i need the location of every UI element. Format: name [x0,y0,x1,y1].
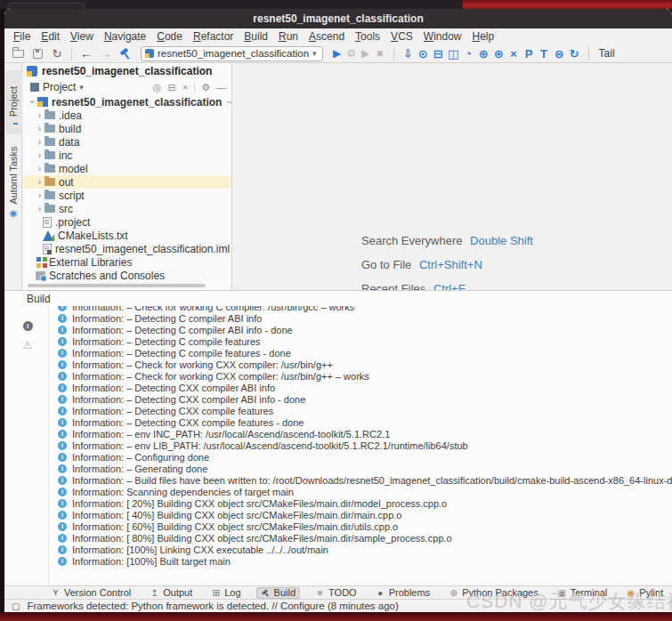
tree-item[interactable]: CMakeLists.txt [23,229,231,242]
ascend-tool-icon[interactable]: ⊟ [431,47,446,60]
run-configuration-selector[interactable]: resnet50_imagenet_classification ▾ [141,46,323,61]
run-control-icon[interactable]: ■ [373,47,387,60]
chevron-icon[interactable] [35,204,45,214]
menu-item[interactable]: Navigate [102,30,148,43]
locate-icon[interactable]: ◎ [153,82,162,93]
tool-window-tab[interactable]: Log [207,587,244,599]
automl-tab-label: Automl Tasks [8,146,19,204]
tree-item[interactable]: out [23,175,231,189]
horizontal-scrollbar [23,284,232,288]
chevron-icon[interactable] [35,110,45,120]
save-all-icon[interactable] [29,45,45,61]
ascend-tool-icon[interactable]: ⇩ [401,47,416,60]
tree-item-label: inc [59,149,72,162]
open-icon[interactable] [10,45,26,61]
status-message[interactable]: Frameworks detected: Python framework is… [27,601,398,611]
menu-item[interactable]: Edit [39,30,61,43]
tree-item[interactable]: Scratches and Consoles [23,269,231,282]
menu-item[interactable]: Refactor [191,30,235,43]
tree-item[interactable]: resnet50_imagenet_classification.iml [23,242,231,255]
collapse-all-icon[interactable]: ⊟ [167,82,175,93]
tool-window-tab[interactable]: Build [256,587,300,599]
ascend-tool-icon[interactable]: ⊜ [552,47,567,60]
sync-icon[interactable]: ↻ [49,45,65,61]
log-line-text: Information: – env INC_PATH: /usr/local/… [72,429,390,440]
ascend-tool-icon[interactable]: ◫ [446,47,461,60]
menu-item[interactable]: VCS [389,30,415,43]
tree-item[interactable]: .project [23,215,231,229]
log-line-text: Information: [ 60%] Building CXX object … [72,521,398,532]
menu-item[interactable]: Ascend [307,30,346,43]
back-icon[interactable]: ← [78,45,94,61]
tree-item[interactable]: inc [23,149,231,162]
tree-item[interactable]: model [23,162,231,175]
chevron-icon[interactable] [35,124,45,133]
tool-window-tab[interactable]: Terminal [554,587,611,599]
chevron-icon[interactable] [35,164,45,173]
tree-item[interactable]: build [23,122,231,135]
menu-item[interactable]: Build [242,30,270,43]
tool-window-tab[interactable]: TODO [312,587,360,599]
menu-item[interactable]: Window [422,30,464,43]
ascend-tool-icon[interactable]: ◔ [461,47,476,60]
build-panel-title: Build [27,293,51,305]
log-line: Information: – Check for working CXX com… [58,370,672,382]
run-control-icon[interactable]: ▶ [359,47,373,60]
tree-item[interactable]: data [23,135,231,149]
info-filter-button[interactable]: i [20,319,35,333]
chevron-icon[interactable] [35,177,45,187]
ascend-tool-icon[interactable]: × [506,47,522,60]
project-tool-window: resnet50_imagenet_classification Project… [23,63,232,290]
project-view-selector[interactable]: Project [43,81,76,93]
tool-window-tab[interactable]: Python Packages [445,587,542,599]
forward-icon[interactable]: → [98,45,114,61]
tool-window-tab-automl-tasks[interactable]: Automl Tasks ◉ [4,140,22,222]
build-hammer-icon[interactable] [117,45,134,61]
run-control-icon[interactable]: ▶ [330,47,344,60]
tool-window-tab[interactable]: Pylint [622,587,667,599]
tree-item[interactable]: External Libraries [23,255,231,269]
menu-item[interactable]: File [12,30,32,43]
ascend-tool-icon[interactable]: T [537,47,552,60]
tool-window-tab[interactable]: Output [146,587,196,599]
hint-shortcut-label: Ctrl+E [433,282,466,290]
scrollbar-thumb[interactable] [28,284,206,287]
tree-item-label: Scratches and Consoles [49,270,165,282]
chevron-down-icon[interactable]: ▾ [79,83,84,92]
info-icon [58,430,67,439]
chevron-icon[interactable] [35,137,45,147]
menu-item[interactable]: Run [277,30,300,43]
tree-item[interactable]: src [23,202,231,215]
toolbar-separator [588,47,589,60]
gear-icon[interactable]: ⚙ [201,82,210,93]
chevron-icon[interactable] [35,190,45,200]
ascend-tool-icon[interactable]: ⊙ [416,47,431,60]
menu-item[interactable]: Help [470,30,496,43]
project-view-icon [30,83,39,92]
close-icon[interactable]: × [182,82,188,93]
tail-button[interactable]: Tail [599,47,615,60]
tree-item[interactable]: resnet50_imagenet_classification ~/Downl [23,95,231,109]
ascend-tool-icon[interactable]: ↻ [567,47,582,60]
window-titlebar[interactable]: resnet50_imagenet_classification [4,9,672,28]
window-icon[interactable]: ▢ [12,601,20,611]
log-line-text: Information: Scanning dependencies of ta… [72,487,294,497]
ascend-tool-icon[interactable]: ⊕ [476,47,491,60]
tool-window-tab-project[interactable]: Project [4,70,22,134]
chevron-icon[interactable] [35,150,45,160]
ascend-tool-icon[interactable]: ⊛ [491,47,506,60]
menu-item[interactable]: Tools [353,30,382,43]
tool-window-tab[interactable]: Problems [372,587,433,599]
menu-item[interactable]: View [69,30,95,43]
menu-item[interactable]: Code [155,30,184,43]
desktop-top-strip [0,0,672,9]
warning-filter-button[interactable]: ⚠ [20,338,35,352]
chevron-icon[interactable] [28,97,37,107]
tree-item[interactable]: .idea [23,109,231,122]
hide-icon[interactable]: — [216,82,226,93]
log-line-text: Information: – Detecting CXX compiler AB… [72,383,275,393]
run-control-icon[interactable]: ⚙ [344,47,359,60]
tree-item[interactable]: script [23,189,231,202]
tool-window-tab[interactable]: Version Control [47,587,134,599]
ascend-tool-icon[interactable]: P [522,47,537,60]
